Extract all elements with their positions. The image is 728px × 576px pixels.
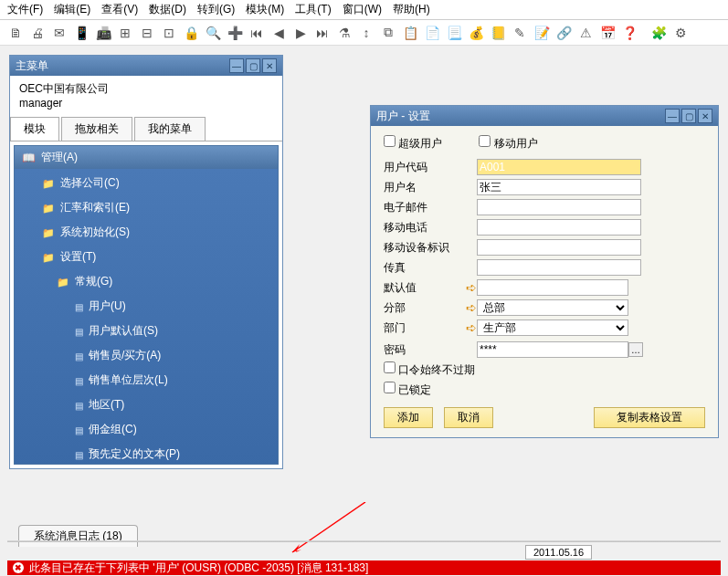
status-date: 2011.05.16 [525, 545, 592, 560]
menu-edit[interactable]: 编辑(E) [54, 2, 90, 17]
tree-item[interactable]: 常规(G) [15, 269, 278, 294]
tree-item-label: 常规(G) [75, 274, 112, 289]
menu-file[interactable]: 文件(F) [7, 2, 43, 17]
input-fax[interactable] [477, 259, 641, 276]
system-log-tab[interactable]: 系统消息日志 (18) [18, 525, 138, 547]
tool-print-icon[interactable]: 🖨 [29, 25, 46, 41]
book-icon: 📖 [22, 152, 36, 164]
input-defaults[interactable] [477, 279, 628, 296]
tool-targetdoc-icon[interactable]: 📃 [446, 25, 462, 41]
minimize-icon[interactable]: — [665, 109, 680, 123]
input-phone[interactable] [477, 219, 641, 236]
tool-next-icon[interactable]: ▶ [292, 25, 309, 41]
menu-window[interactable]: 窗口(W) [343, 2, 382, 17]
tree-item-label: 选择公司(C) [60, 175, 120, 191]
file-icon [75, 448, 83, 461]
annotation-arrow [283, 502, 375, 557]
tool-layout-icon[interactable]: ✎ [512, 25, 528, 41]
locked-checkbox[interactable]: 已锁定 [384, 382, 431, 398]
tool-copy-icon[interactable]: ⧉ [380, 25, 396, 41]
tab-modules[interactable]: 模块 [10, 117, 59, 141]
tree-item[interactable]: 选择公司(C) [15, 171, 278, 195]
superuser-checkbox[interactable]: 超级用户 [384, 135, 442, 152]
input-username[interactable] [477, 179, 641, 195]
tool-mail-icon[interactable]: ✉ [51, 25, 68, 41]
maximize-icon[interactable]: ▢ [681, 109, 696, 123]
tool-lock-icon[interactable]: 🔒 [183, 25, 199, 41]
tree-item-label: 用户默认值(S) [89, 323, 158, 339]
password-button[interactable]: … [628, 342, 643, 357]
tree-item[interactable]: 预先定义的文本(P) [15, 442, 278, 465]
menu-goto[interactable]: 转到(G) [197, 2, 235, 17]
close-icon[interactable]: ✕ [262, 58, 277, 73]
tool-pdf-icon[interactable]: ⊡ [161, 25, 177, 41]
tool-find-icon[interactable]: 🔍 [205, 25, 221, 41]
maximize-icon[interactable]: ▢ [246, 58, 260, 73]
close-icon[interactable]: ✕ [698, 109, 712, 123]
tool-journal-icon[interactable]: 📒 [490, 25, 506, 41]
file-icon [75, 350, 83, 362]
copy-settings-button[interactable]: 复制表格设置 [594, 407, 705, 428]
minimize-icon[interactable]: — [229, 58, 244, 73]
tool-sms-icon[interactable]: 📱 [73, 25, 90, 41]
folder-icon [42, 251, 55, 264]
input-email[interactable] [477, 199, 641, 215]
tree-item[interactable]: 地区(T) [15, 393, 278, 417]
tree-item[interactable]: 佣金组(C) [15, 417, 278, 442]
menu-help[interactable]: 帮助(H) [393, 2, 430, 17]
select-branch[interactable]: 总部 [477, 299, 628, 316]
tool-last-icon[interactable]: ⏭ [314, 25, 331, 41]
tool-alert-icon[interactable]: ⚠ [577, 25, 594, 41]
tool-form-icon[interactable]: 📝 [533, 25, 550, 41]
tool-fax-icon[interactable]: 📠 [95, 25, 111, 41]
tool-new-icon[interactable]: ➕ [227, 25, 243, 41]
tab-drag[interactable]: 拖放相关 [61, 117, 132, 141]
file-icon [75, 300, 83, 313]
tool-preview-icon[interactable]: 🗎 [7, 25, 24, 41]
tool-money-icon[interactable]: 💰 [468, 25, 484, 41]
tree-item[interactable]: 设置(T) [15, 245, 278, 269]
tool-word-icon[interactable]: ⊟ [139, 25, 155, 41]
tree-item[interactable]: 用户(U) [15, 294, 278, 319]
link-arrow-icon[interactable]: ➪ [466, 320, 477, 335]
tree-item[interactable]: 销售单位层次(L) [15, 368, 278, 393]
select-dept[interactable]: 生产部 [477, 319, 628, 336]
tool-paste-icon[interactable]: 📋 [402, 25, 418, 41]
menu-data[interactable]: 数据(D) [149, 2, 186, 17]
input-password[interactable] [477, 341, 628, 358]
user-window-titlebar[interactable]: 用户 - 设置 — ▢ ✕ [371, 106, 718, 126]
tree-item[interactable]: 汇率和索引(E) [15, 195, 278, 220]
file-icon [75, 399, 83, 412]
mobileuser-checkbox[interactable]: 移动用户 [479, 135, 537, 152]
tool-relate-icon[interactable]: 🔗 [555, 25, 572, 41]
tool-prev-icon[interactable]: ◀ [270, 25, 287, 41]
tree-item[interactable]: 用户默认值(S) [15, 319, 278, 343]
input-usercode[interactable] [477, 159, 641, 175]
main-menu-title: 主菜单 [16, 58, 48, 74]
tool-context-icon[interactable]: 🧩 [650, 25, 667, 41]
menu-modules[interactable]: 模块(M) [246, 2, 284, 17]
tool-first-icon[interactable]: ⏮ [248, 25, 265, 41]
input-device[interactable] [477, 239, 641, 256]
noexpire-checkbox[interactable]: 口令始终不过期 [384, 361, 475, 378]
link-arrow-icon[interactable]: ➪ [466, 300, 477, 315]
tool-help-icon[interactable]: ❓ [621, 25, 638, 41]
link-arrow-icon[interactable]: ➪ [466, 280, 477, 295]
add-button[interactable]: 添加 [384, 407, 433, 428]
tree-item-label: 汇率和索引(E) [60, 200, 130, 215]
tool-calendar-icon[interactable]: 📅 [599, 25, 616, 41]
menu-tools[interactable]: 工具(T) [295, 2, 331, 17]
tree-item[interactable]: 系统初始化(S) [15, 220, 278, 245]
tool-excel-icon[interactable]: ⊞ [117, 25, 133, 41]
tool-filter-icon[interactable]: ⚗ [336, 25, 353, 41]
cancel-button[interactable]: 取消 [444, 407, 493, 428]
tool-sort-icon[interactable]: ↕ [358, 25, 375, 41]
tool-settings-icon[interactable]: ⚙ [672, 25, 689, 41]
tab-mymenu[interactable]: 我的菜单 [134, 117, 206, 141]
tree-item-label: 用户(U) [89, 298, 126, 314]
tree-header-admin[interactable]: 📖 管理(A) [15, 146, 278, 169]
main-menu-titlebar[interactable]: 主菜单 — ▢ ✕ [10, 56, 282, 76]
tree-item[interactable]: 销售员/买方(A) [15, 343, 278, 368]
menu-view[interactable]: 查看(V) [101, 2, 138, 17]
tool-basedoc-icon[interactable]: 📄 [424, 25, 440, 41]
